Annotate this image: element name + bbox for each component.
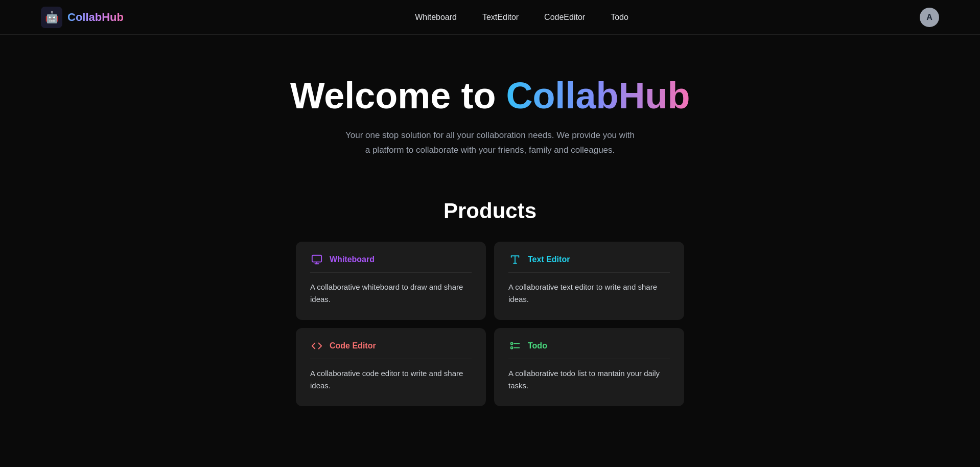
svg-rect-5 xyxy=(511,343,513,345)
product-title-todo: Todo xyxy=(528,341,547,351)
codeeditor-icon xyxy=(310,340,323,352)
product-card-codeeditor[interactable]: Code Editor A collaborative code editor … xyxy=(296,328,486,406)
product-desc-whiteboard: A collaborative whiteboard to draw and s… xyxy=(310,281,472,306)
whiteboard-icon xyxy=(310,254,323,265)
products-title: Products xyxy=(10,199,970,223)
product-card-whiteboard[interactable]: Whiteboard A collaborative whiteboard to… xyxy=(296,242,486,320)
brand-icon: 🤖 xyxy=(41,7,62,28)
hero-subtitle: Your one stop solution for all your coll… xyxy=(342,128,638,158)
nav-menu: Whiteboard TextEditor CodeEditor Todo xyxy=(415,13,628,22)
product-desc-todo: A collaborative todo list to mantain you… xyxy=(508,367,670,392)
product-title-whiteboard: Whiteboard xyxy=(330,255,375,264)
products-grid: Whiteboard A collaborative whiteboard to… xyxy=(296,242,684,406)
nav-item-codeeditor[interactable]: CodeEditor xyxy=(544,13,585,21)
hero-title-plain: Welcome to xyxy=(290,75,506,116)
texteditor-icon xyxy=(508,254,522,265)
brand-logo[interactable]: 🤖 CollabHub xyxy=(41,7,124,28)
product-desc-texteditor: A collaborative text editor to write and… xyxy=(508,281,670,306)
hero-section: Welcome to CollabHub Your one stop solut… xyxy=(0,35,980,189)
nav-item-whiteboard[interactable]: Whiteboard xyxy=(415,13,457,21)
product-desc-codeeditor: A collaborative code editor to write and… xyxy=(310,367,472,392)
todo-icon xyxy=(508,340,522,352)
svg-rect-0 xyxy=(312,255,321,262)
product-card-todo[interactable]: Todo A collaborative todo list to mantai… xyxy=(494,328,684,406)
nav-item-todo[interactable]: Todo xyxy=(611,13,628,21)
hero-title-brand: CollabHub xyxy=(506,75,690,116)
product-title-texteditor: Text Editor xyxy=(528,255,570,264)
brand-name: CollabHub xyxy=(67,11,124,24)
product-card-header-todo: Todo xyxy=(508,340,670,359)
product-card-header-whiteboard: Whiteboard xyxy=(310,254,472,273)
nav-item-texteditor[interactable]: TextEditor xyxy=(482,13,519,21)
product-title-codeeditor: Code Editor xyxy=(330,341,376,351)
products-section: Products Whiteboard A collaborative whit… xyxy=(0,189,980,437)
svg-rect-7 xyxy=(511,347,513,349)
hero-title: Welcome to CollabHub xyxy=(10,76,970,116)
product-card-texteditor[interactable]: Text Editor A collaborative text editor … xyxy=(494,242,684,320)
product-card-header-texteditor: Text Editor xyxy=(508,254,670,273)
user-avatar[interactable]: A xyxy=(920,8,939,27)
product-card-header-codeeditor: Code Editor xyxy=(310,340,472,359)
navbar: 🤖 CollabHub Whiteboard TextEditor CodeEd… xyxy=(0,0,980,35)
